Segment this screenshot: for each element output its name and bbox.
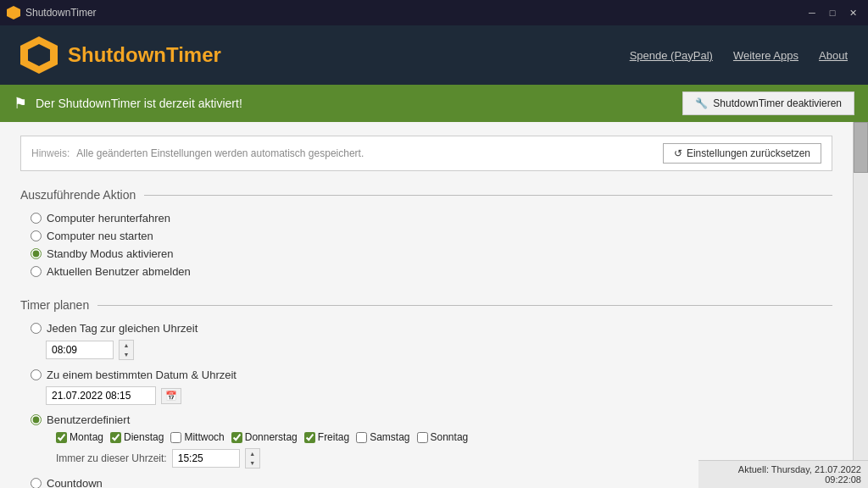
- logo-inner-hex: [28, 44, 50, 66]
- datetime-input-row: 📅: [46, 386, 832, 405]
- uhrzeit-spinner[interactable]: ▲ ▼: [245, 448, 260, 469]
- app-icon: [7, 6, 20, 19]
- timer-option-daily: Jeden Tag zur gleichen Uhrzeit ▲ ▼: [20, 322, 832, 360]
- day-thursday: Donnerstag: [231, 431, 298, 443]
- countdown-label: Countdown: [47, 477, 103, 488]
- more-apps-link[interactable]: Weitere Apps: [733, 49, 798, 62]
- reset-icon: ↺: [674, 147, 682, 159]
- reset-label: Einstellungen zurücksetzen: [687, 147, 810, 159]
- action-label-logout: Aktuellen Benutzer abmelden: [47, 265, 191, 278]
- timer-section-title: Timer planen: [20, 298, 832, 312]
- daily-time-spinner[interactable]: ▲ ▼: [119, 340, 134, 360]
- logo-text: ShutdownTimer: [68, 43, 221, 67]
- action-option-logout: Aktuellen Benutzer abmelden: [20, 265, 832, 278]
- day-tuesday: Dienstag: [110, 431, 164, 443]
- timer-radio-countdown[interactable]: [31, 478, 42, 488]
- datetime-radio-row: Zu einem bestimmten Datum & Uhrzeit: [31, 369, 832, 381]
- window-controls: ─ □ ✕: [804, 4, 861, 21]
- timer-radio-custom[interactable]: [31, 414, 42, 425]
- checkbox-sunday[interactable]: [417, 432, 428, 443]
- day-label-monday: Montag: [70, 431, 103, 443]
- checkbox-tuesday[interactable]: [110, 432, 121, 443]
- close-button[interactable]: ✕: [844, 4, 861, 21]
- datetime-input[interactable]: [46, 386, 156, 405]
- minimize-button[interactable]: ─: [804, 4, 821, 21]
- action-label-shutdown: Computer herunterfahren: [47, 212, 170, 225]
- app-header: ShutdownTimer Spende (PayPal) Weitere Ap…: [0, 25, 868, 85]
- timer-radio-daily[interactable]: [31, 323, 42, 334]
- custom-label: Benutzerdefiniert: [47, 413, 130, 426]
- datetime-label: Zu einem bestimmten Datum & Uhrzeit: [47, 369, 236, 381]
- donate-link[interactable]: Spende (PayPal): [630, 49, 713, 62]
- maximize-button[interactable]: □: [824, 4, 841, 21]
- about-link[interactable]: About: [819, 49, 848, 62]
- uhrzeit-spinner-down[interactable]: ▼: [246, 458, 259, 468]
- day-label-thursday: Donnerstag: [245, 431, 298, 443]
- action-radio-shutdown[interactable]: [31, 213, 42, 224]
- uhrzeit-input[interactable]: [172, 449, 240, 468]
- action-label-standby: Standby Modus aktivieren: [47, 247, 174, 260]
- day-saturday: Samstag: [356, 431, 409, 443]
- checkbox-monday[interactable]: [56, 432, 67, 443]
- scrollbar[interactable]: Aktuell: Thursday, 21.07.2022 09:22:08: [853, 122, 868, 488]
- logo-area: ShutdownTimer: [20, 36, 630, 74]
- day-sunday: Sonntag: [417, 431, 469, 443]
- uhrzeit-label: Immer zu dieser Uhrzeit:: [56, 452, 167, 464]
- main-wrapper: Hinweis: Alle geänderten Einstellungen w…: [0, 122, 868, 488]
- action-radio-standby[interactable]: [31, 248, 42, 259]
- day-label-sunday: Sonntag: [431, 431, 469, 443]
- daily-label: Jeden Tag zur gleichen Uhrzeit: [47, 322, 198, 335]
- timer-radio-datetime[interactable]: [31, 369, 42, 380]
- custom-radio-row: Benutzerdefiniert: [31, 413, 832, 426]
- checkbox-friday[interactable]: [304, 432, 315, 443]
- flag-icon: ⚑: [14, 94, 27, 113]
- header-nav: Spende (PayPal) Weitere Apps About: [630, 49, 848, 62]
- action-option-shutdown: Computer herunterfahren: [20, 212, 832, 225]
- day-checkboxes: Montag Dienstag Mittwoch Donnerstag: [56, 431, 832, 443]
- day-label-saturday: Samstag: [370, 431, 409, 443]
- hint-text: Alle geänderten Einstellungen werden aut…: [76, 147, 656, 159]
- deactivate-button[interactable]: 🔧 ShutdownTimer deaktivieren: [682, 92, 854, 115]
- spinner-up[interactable]: ▲: [120, 341, 133, 350]
- hint-label: Hinweis:: [31, 147, 70, 159]
- title-bar: ShutdownTimer ─ □ ✕: [0, 0, 868, 25]
- logo-hex: [20, 36, 58, 74]
- action-option-standby: Standby Modus aktivieren: [20, 247, 832, 260]
- calendar-button[interactable]: 📅: [161, 388, 181, 404]
- day-label-wednesday: Mittwoch: [184, 431, 224, 443]
- status-bar: ⚑ Der ShutdownTimer ist derzeit aktivier…: [0, 85, 868, 122]
- window-title: ShutdownTimer: [25, 7, 804, 19]
- spinner-down[interactable]: ▼: [120, 350, 133, 359]
- scrollbar-thumb[interactable]: [854, 122, 868, 173]
- timer-option-datetime: Zu einem bestimmten Datum & Uhrzeit 📅: [20, 369, 832, 405]
- uhrzeit-spinner-up[interactable]: ▲: [246, 449, 259, 458]
- day-label-friday: Freitag: [318, 431, 349, 443]
- action-option-restart: Computer neu starten: [20, 230, 832, 242]
- daily-time-input[interactable]: [46, 341, 114, 359]
- day-wednesday: Mittwoch: [170, 431, 224, 443]
- action-radio-restart[interactable]: [31, 230, 42, 241]
- daily-time-row: ▲ ▼: [46, 340, 832, 360]
- checkbox-saturday[interactable]: [356, 432, 367, 443]
- action-section: Auszuführende Aktion Computer herunterfa…: [20, 188, 832, 278]
- checkbox-wednesday[interactable]: [170, 432, 181, 443]
- checkbox-thursday[interactable]: [231, 432, 242, 443]
- action-section-title: Auszuführende Aktion: [20, 188, 832, 202]
- deactivate-label: ShutdownTimer deaktivieren: [713, 97, 842, 109]
- daily-radio-row: Jeden Tag zur gleichen Uhrzeit: [31, 322, 832, 335]
- action-radio-logout[interactable]: [31, 266, 42, 277]
- day-friday: Freitag: [304, 431, 349, 443]
- day-monday: Montag: [56, 431, 103, 443]
- action-label-restart: Computer neu starten: [47, 230, 153, 242]
- wrench-icon: 🔧: [695, 97, 708, 109]
- day-label-tuesday: Dienstag: [124, 431, 164, 443]
- status-message: Der ShutdownTimer ist derzeit aktiviert!: [36, 97, 682, 110]
- bottom-status: Aktuell: Thursday, 21.07.2022 09:22:08: [698, 460, 868, 488]
- hint-box: Hinweis: Alle geänderten Einstellungen w…: [20, 136, 832, 171]
- content-area: Hinweis: Alle geänderten Einstellungen w…: [0, 122, 853, 488]
- reset-settings-button[interactable]: ↺ Einstellungen zurücksetzen: [663, 143, 821, 164]
